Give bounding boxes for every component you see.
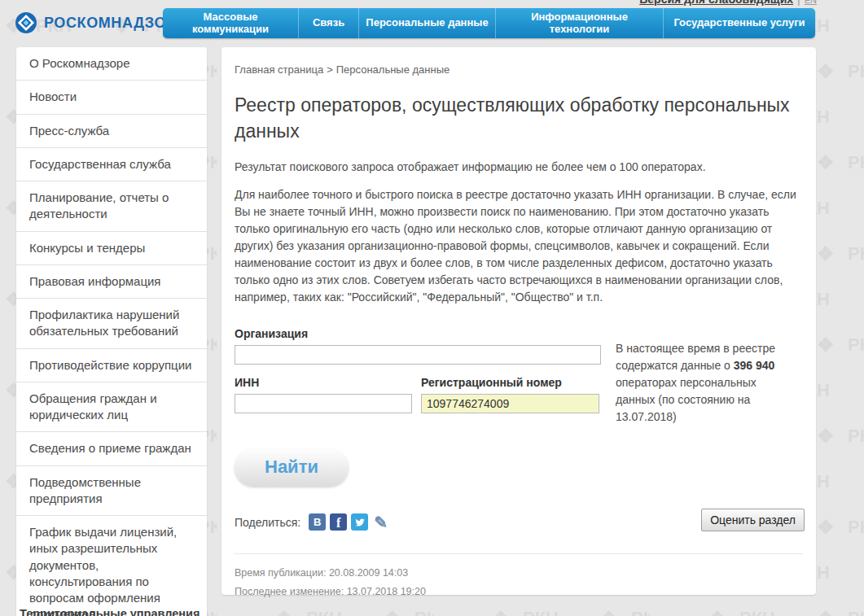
sidebar-item-license-schedule[interactable]: График выдачи лицензий, иных разрешитель…: [16, 515, 207, 616]
registry-stats-note: В настоящее время в реестре содержатся д…: [616, 340, 785, 426]
sidebar-item-violation-prevention[interactable]: Профилактика нарушений обязательных треб…: [16, 298, 207, 348]
sidebar-item-about[interactable]: О Роскомнадзоре: [16, 47, 207, 80]
sidebar-item-civil-service[interactable]: Государственная служба: [16, 147, 207, 181]
edit-icon[interactable]: ✎: [372, 513, 389, 531]
nav-item-communications[interactable]: Связь: [298, 8, 358, 38]
roskomnadzor-logo-text: РОСКОМНАДЗОР: [44, 15, 177, 32]
accessibility-version-link[interactable]: Версия для слабовидящих: [639, 0, 793, 6]
registration-number-input[interactable]: [421, 394, 599, 413]
organization-label: Организация: [235, 327, 803, 340]
nav-item-mass-communications[interactable]: Массовые коммуникации: [163, 8, 298, 38]
nav-item-personal-data[interactable]: Персональные данные: [358, 8, 495, 38]
language-switch-link[interactable]: EN: [805, 0, 817, 5]
last-modified-time: Последнее изменение: 13.07.2018 19:20: [235, 586, 803, 597]
sidebar-menu: О Роскомнадзоре Новости Пресс-служба Гос…: [16, 47, 207, 616]
sidebar-item-news[interactable]: Новости: [16, 80, 207, 113]
inn-label: ИНН: [235, 376, 412, 389]
meta-divider: [235, 553, 803, 554]
main-content-panel: Главная страница>Персональные данные Рее…: [221, 47, 816, 595]
registry-stats-text-after: операторах персональных данных (по состо…: [616, 376, 757, 423]
breadcrumb: Главная страница>Персональные данные: [235, 63, 803, 76]
rate-section-button[interactable]: Оценить раздел: [701, 509, 805, 531]
twitter-icon[interactable]: [351, 513, 368, 531]
sidebar-item-anticorruption[interactable]: Противодействие коррупции: [16, 348, 207, 382]
nav-item-government-services[interactable]: Государственные услуги: [663, 8, 815, 38]
vk-icon[interactable]: В: [309, 513, 326, 531]
topbar-separator: |: [797, 0, 800, 6]
roskomnadzor-logo-icon: [15, 11, 37, 34]
main-navigation: Массовые коммуникации Связь Персональные…: [163, 8, 815, 38]
territorial-departments-link[interactable]: Территориальные управления: [20, 607, 200, 616]
nav-item-information-technologies[interactable]: Информационные технологии: [495, 8, 663, 38]
search-button[interactable]: Найти: [235, 449, 349, 487]
sidebar-item-subordinate-enterprises[interactable]: Подведомственные предприятия: [16, 465, 207, 516]
share-label: Поделиться:: [235, 516, 300, 529]
inn-input[interactable]: [235, 394, 412, 413]
share-row: Поделиться: В f ✎ Оценить раздел: [235, 513, 803, 531]
breadcrumb-current: Персональные данные: [336, 63, 450, 76]
publication-time: Время публикации: 20.08.2009 14:03: [235, 567, 803, 579]
description-paragraph: Для наиболее точного и быстрого поиска в…: [235, 186, 803, 306]
registration-number-label: Регистрационный номер: [421, 376, 599, 389]
sidebar-item-citizen-reception[interactable]: Сведения о приеме граждан: [16, 431, 207, 465]
search-form: Организация ИНН Регистрационный номер В …: [235, 327, 803, 487]
breadcrumb-separator: >: [327, 63, 333, 76]
registry-operator-count: 396 940: [734, 359, 775, 372]
facebook-icon[interactable]: f: [330, 513, 347, 531]
sidebar-item-planning-reports[interactable]: Планирование, отчеты о деятельности: [16, 181, 207, 231]
intro-paragraph: Результат поискового запроса отображает …: [235, 159, 803, 176]
page-title: Реестр операторов, осуществляющих обрабо…: [235, 92, 803, 144]
organization-input[interactable]: [235, 345, 601, 365]
roskomnadzor-logo[interactable]: РОСКОМНАДЗОР: [15, 11, 177, 34]
sidebar-item-tenders[interactable]: Конкурсы и тендеры: [16, 231, 207, 264]
sidebar-item-citizen-appeals[interactable]: Обращения граждан и юридических лиц: [16, 382, 207, 432]
topbar: Версия для слабовидящих|EN: [639, 0, 817, 6]
breadcrumb-home-link[interactable]: Главная страница: [235, 63, 323, 76]
sidebar-item-press[interactable]: Пресс-служба: [16, 114, 207, 147]
sidebar-item-legal-info[interactable]: Правовая информация: [16, 264, 207, 298]
